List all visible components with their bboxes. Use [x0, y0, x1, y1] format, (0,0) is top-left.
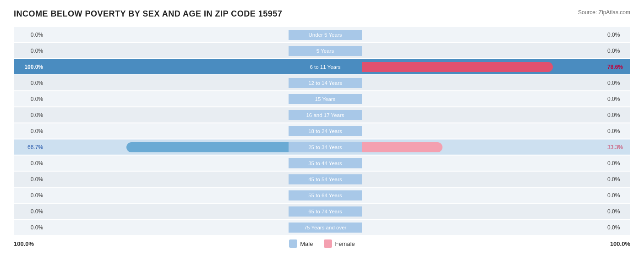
left-bar-container: [46, 30, 289, 40]
bar-label: 35 to 44 Years: [289, 158, 362, 168]
left-value: 0.0%: [14, 32, 46, 38]
left-bar-container: [46, 62, 289, 72]
right-value: 0.0%: [605, 192, 637, 199]
bar-label: 15 Years: [289, 94, 362, 104]
right-bar: [362, 62, 553, 72]
right-value: 78.6%: [605, 64, 637, 70]
chart-container: INCOME BELOW POVERTY BY SEX AND AGE IN Z…: [0, 0, 644, 256]
bar-label: 75 Years and over: [289, 223, 362, 233]
left-value: 0.0%: [14, 208, 46, 215]
bar-label: 25 to 34 Years: [289, 142, 362, 152]
right-bar-container: [362, 46, 605, 56]
legend-male-label: Male: [300, 240, 313, 247]
bars-area: 0.0% Under 5 Years 0.0% 0.0% 5 Years 0.0…: [14, 27, 630, 235]
left-value: 0.0%: [14, 160, 46, 167]
left-bar-container: [46, 94, 289, 104]
title-row: INCOME BELOW POVERTY BY SEX AND AGE IN Z…: [14, 9, 630, 19]
right-value: 0.0%: [605, 96, 637, 102]
right-value: 0.0%: [605, 176, 637, 183]
right-bar-container: [362, 78, 605, 88]
bar-row: 0.0% 5 Years 0.0%: [14, 43, 630, 58]
left-value: 66.7%: [14, 144, 46, 150]
left-bar-container: [46, 78, 289, 88]
bar-row: 0.0% 65 to 74 Years 0.0%: [14, 204, 630, 219]
bar-label: 18 to 24 Years: [289, 126, 362, 136]
bar-row: 0.0% 16 and 17 Years 0.0%: [14, 107, 630, 122]
left-value: 0.0%: [14, 80, 46, 86]
legend-male: Male: [289, 239, 313, 248]
bar-label: 55 to 64 Years: [289, 190, 362, 200]
right-bar-container: [362, 94, 605, 104]
right-bar-container: [362, 190, 605, 200]
legend-female-label: Female: [335, 240, 355, 247]
legend-right-value: 100.0%: [610, 240, 630, 247]
right-value: 0.0%: [605, 112, 637, 118]
left-bar: [46, 62, 289, 72]
legend-center: Male Female: [289, 239, 355, 248]
bar-row: 66.7% 25 to 34 Years 33.3%: [14, 139, 630, 155]
left-value: 0.0%: [14, 224, 46, 231]
right-value: 0.0%: [605, 80, 637, 86]
bar-label: 16 and 17 Years: [289, 110, 362, 120]
left-bar-container: [46, 206, 289, 217]
legend-female-box: [324, 239, 332, 248]
bar-label: 12 to 14 Years: [289, 78, 362, 88]
left-bar-container: [46, 46, 289, 56]
right-bar-container: [362, 206, 605, 217]
bar-label: 65 to 74 Years: [289, 206, 362, 217]
left-bar-container: [46, 223, 289, 233]
legend-male-box: [289, 239, 297, 248]
right-bar-container: [362, 223, 605, 233]
bar-label: Under 5 Years: [289, 30, 362, 40]
left-bar-container: [46, 158, 289, 168]
left-value: 0.0%: [14, 128, 46, 134]
right-bar-container: [362, 142, 605, 152]
left-value: 0.0%: [14, 192, 46, 199]
right-bar-container: [362, 110, 605, 120]
left-value: 0.0%: [14, 112, 46, 118]
right-bar: [362, 142, 442, 152]
right-value: 0.0%: [605, 208, 637, 215]
legend-female: Female: [324, 239, 355, 248]
left-bar-container: [46, 126, 289, 136]
bar-row: 0.0% 12 to 14 Years 0.0%: [14, 75, 630, 90]
left-bar-container: [46, 174, 289, 184]
right-bar-container: [362, 62, 605, 72]
bar-label: 5 Years: [289, 46, 362, 56]
right-value: 0.0%: [605, 32, 637, 38]
right-value: 0.0%: [605, 160, 637, 167]
left-value: 100.0%: [14, 64, 46, 70]
right-value: 33.3%: [605, 144, 637, 150]
bar-row: 0.0% 45 to 54 Years 0.0%: [14, 172, 630, 187]
left-bar-container: [46, 110, 289, 120]
left-bar-container: [46, 142, 289, 152]
left-bar-container: [46, 190, 289, 200]
bar-row: 100.0% 6 to 11 Years 78.6%: [14, 59, 630, 74]
right-bar-container: [362, 30, 605, 40]
left-value: 0.0%: [14, 176, 46, 183]
bar-label: 6 to 11 Years: [289, 62, 362, 72]
chart-title: INCOME BELOW POVERTY BY SEX AND AGE IN Z…: [14, 9, 282, 19]
bar-row: 0.0% 35 to 44 Years 0.0%: [14, 156, 630, 171]
bar-row: 0.0% Under 5 Years 0.0%: [14, 27, 630, 42]
right-value: 0.0%: [605, 128, 637, 134]
left-value: 0.0%: [14, 96, 46, 102]
legend-left-value: 100.0%: [14, 240, 34, 247]
right-bar-container: [362, 158, 605, 168]
right-bar-container: [362, 126, 605, 136]
source-text: Source: ZipAtlas.com: [578, 9, 630, 16]
left-value: 0.0%: [14, 48, 46, 54]
left-bar: [126, 142, 289, 152]
legend-row: 100.0% Male Female 100.0%: [14, 239, 630, 248]
bar-label: 45 to 54 Years: [289, 174, 362, 184]
bar-row: 0.0% 15 Years 0.0%: [14, 91, 630, 106]
right-value: 0.0%: [605, 48, 637, 54]
right-value: 0.0%: [605, 224, 637, 231]
bar-row: 0.0% 75 Years and over 0.0%: [14, 220, 630, 235]
bar-row: 0.0% 18 to 24 Years 0.0%: [14, 123, 630, 139]
bar-row: 0.0% 55 to 64 Years 0.0%: [14, 188, 630, 203]
right-bar-container: [362, 174, 605, 184]
